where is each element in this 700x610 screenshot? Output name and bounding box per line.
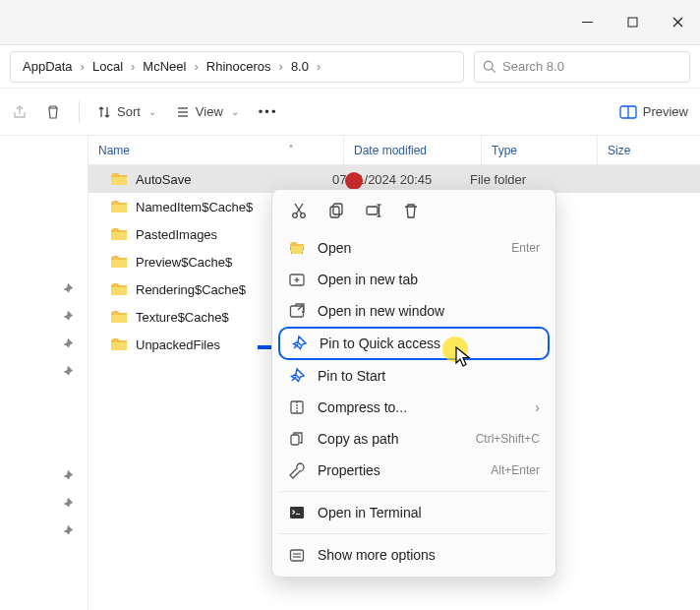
cut-icon[interactable]: [290, 202, 308, 222]
sidebar-quick-access-pin[interactable]: [61, 496, 75, 513]
minimize-button[interactable]: [564, 0, 610, 45]
breadcrumb[interactable]: AppData › Local › McNeel › Rhinoceros › …: [10, 51, 464, 83]
address-row: AppData › Local › McNeel › Rhinoceros › …: [0, 45, 700, 89]
chevron-down-icon: ⌄: [229, 106, 241, 117]
delete-icon[interactable]: [402, 202, 420, 222]
svg-rect-28: [290, 507, 304, 518]
file-name: AutoSave: [136, 172, 332, 187]
sort-label: Sort: [117, 104, 141, 119]
pin-icon: [288, 367, 306, 385]
zip-icon: [288, 398, 306, 416]
search-input[interactable]: Search 8.0: [474, 51, 690, 83]
sort-asc-icon: ˄: [288, 144, 294, 157]
chevron-right-icon: ›: [315, 59, 322, 74]
preview-label: Preview: [643, 104, 688, 119]
window-titlebar: [0, 0, 700, 45]
chevron-right-icon: ›: [535, 399, 540, 415]
sidebar-quick-access-pin[interactable]: [61, 309, 75, 326]
chevron-right-icon: ›: [192, 59, 200, 74]
ctx-open-new-window[interactable]: Open in new window: [278, 295, 550, 327]
folder-open-icon: [288, 239, 306, 257]
view-label: View: [196, 104, 223, 119]
ctx-open[interactable]: Open Enter: [278, 232, 550, 264]
breadcrumb-item[interactable]: Local: [87, 59, 129, 74]
svg-rect-1: [628, 18, 637, 27]
separator: [280, 533, 548, 534]
annotation-red-dot: [345, 172, 363, 190]
column-name[interactable]: Name ˄: [88, 136, 344, 164]
svg-point-4: [484, 61, 493, 70]
breadcrumb-item[interactable]: 8.0: [285, 59, 315, 74]
search-icon: [483, 60, 496, 74]
breadcrumb-item[interactable]: AppData: [17, 59, 79, 74]
sidebar-quick-access-pin[interactable]: [61, 468, 75, 485]
sidebar-quick-access-pin[interactable]: [61, 523, 75, 540]
svg-rect-24: [291, 306, 304, 317]
breadcrumb-item[interactable]: Rhinoceros: [201, 59, 277, 74]
context-menu: Open Enter Open in new tab Open in new w…: [271, 189, 556, 578]
ctx-open-terminal[interactable]: Open in Terminal: [278, 497, 550, 528]
svg-rect-17: [367, 207, 378, 214]
view-button[interactable]: View ⌄: [176, 104, 241, 119]
toolbar: Sort ⌄ View ⌄ ••• Preview: [0, 89, 700, 136]
file-type: File folder: [470, 172, 588, 187]
ctx-pin-quick-access[interactable]: Pin to Quick access: [278, 327, 550, 360]
copy-path-icon: [288, 430, 306, 448]
copy-icon[interactable]: [327, 202, 345, 222]
more-icon: [288, 546, 306, 564]
separator: [280, 491, 548, 492]
svg-rect-29: [291, 550, 304, 561]
sidebar-quick-access-pin[interactable]: [61, 364, 75, 381]
breadcrumb-item[interactable]: McNeel: [137, 59, 192, 74]
chevron-right-icon: ›: [79, 59, 87, 74]
sidebar: [0, 136, 88, 610]
sidebar-quick-access-pin[interactable]: [61, 281, 75, 298]
svg-rect-16: [333, 204, 342, 214]
svg-point-12: [301, 214, 306, 218]
chevron-down-icon: ⌄: [146, 106, 158, 117]
wrench-icon: [288, 461, 306, 479]
svg-line-5: [492, 69, 496, 73]
svg-rect-27: [291, 435, 299, 445]
chevron-right-icon: ›: [277, 59, 285, 74]
sort-button[interactable]: Sort ⌄: [97, 104, 158, 119]
more-button[interactable]: •••: [259, 104, 278, 119]
ctx-pin-start[interactable]: Pin to Start: [278, 360, 550, 392]
column-date[interactable]: Date modified: [344, 136, 482, 164]
close-button[interactable]: [655, 0, 700, 45]
ctx-open-new-tab[interactable]: Open in new tab: [278, 264, 550, 295]
ctx-copy-path[interactable]: Copy as path Ctrl+Shift+C: [278, 423, 550, 455]
delete-button[interactable]: [45, 104, 61, 120]
column-headers: Name ˄ Date modified Type Size: [88, 136, 700, 165]
svg-point-11: [293, 214, 298, 218]
terminal-icon: [288, 504, 306, 521]
preview-button[interactable]: Preview: [619, 104, 688, 119]
ctx-properties[interactable]: Properties Alt+Enter: [278, 455, 550, 486]
column-type[interactable]: Type: [482, 136, 598, 164]
pin-icon: [290, 335, 308, 352]
ctx-compress[interactable]: Compress to... ›: [278, 392, 550, 423]
svg-rect-15: [330, 207, 339, 217]
column-size[interactable]: Size: [598, 136, 700, 164]
maximize-button[interactable]: [610, 0, 655, 45]
chevron-right-icon: ›: [129, 59, 137, 74]
new-window-icon: [288, 302, 306, 320]
rename-icon[interactable]: [365, 202, 382, 222]
ctx-show-more[interactable]: Show more options: [278, 539, 550, 571]
search-placeholder: Search 8.0: [502, 59, 564, 74]
sidebar-quick-access-pin[interactable]: [61, 336, 75, 353]
cursor-icon: [455, 346, 473, 371]
share-button[interactable]: [12, 104, 28, 120]
new-tab-icon: [288, 271, 306, 288]
